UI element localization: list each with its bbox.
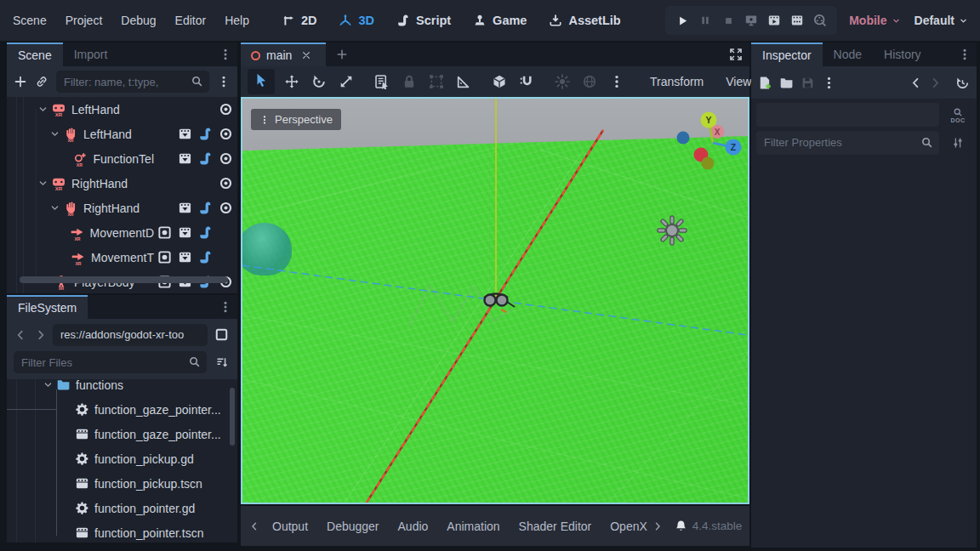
instanced-scene-icon[interactable] — [157, 250, 172, 264]
panel-output[interactable]: Output — [263, 520, 317, 533]
scale-tool-icon[interactable] — [339, 74, 354, 89]
stop-button[interactable] — [721, 13, 736, 28]
lock-icon[interactable] — [402, 74, 417, 89]
pause-button[interactable] — [698, 13, 713, 28]
history-forward-icon[interactable] — [929, 77, 942, 89]
list-select-icon[interactable] — [374, 74, 390, 89]
menu-project[interactable]: Project — [56, 14, 112, 27]
select-tool-button[interactable] — [248, 69, 275, 94]
groups-icon[interactable] — [178, 151, 192, 166]
save-resource-icon[interactable] — [801, 76, 815, 90]
panel-audio[interactable]: Audio — [389, 520, 438, 533]
play-scene-button[interactable] — [766, 13, 782, 28]
snap-magnet-icon[interactable] — [519, 74, 534, 89]
load-resource-icon[interactable] — [779, 76, 794, 90]
groups-icon[interactable] — [178, 127, 192, 141]
group-selected-icon[interactable] — [429, 74, 444, 89]
view-axis-gizmo[interactable]: X Y Z — [677, 112, 742, 170]
expand-viewport-icon[interactable] — [729, 48, 743, 61]
open-docs-button[interactable]: DOC — [944, 107, 971, 123]
edit-history-icon[interactable] — [955, 76, 970, 90]
visibility-icon[interactable] — [219, 201, 233, 215]
close-icon[interactable] — [301, 50, 311, 60]
instanced-scene-icon[interactable] — [157, 225, 172, 240]
path-field[interactable] — [53, 324, 208, 346]
script-icon[interactable] — [198, 201, 213, 215]
chevron-down-icon[interactable] — [37, 104, 48, 115]
script-icon[interactable] — [198, 250, 213, 264]
tab-node[interactable]: Node — [823, 43, 873, 66]
vertical-scrollbar[interactable] — [230, 388, 235, 446]
tree-row[interactable]: RightHand — [7, 196, 237, 220]
panel-openxr[interactable]: OpenX — [601, 520, 649, 533]
new-scene-tab-button[interactable] — [336, 48, 348, 60]
panel-animation[interactable]: Animation — [437, 520, 509, 533]
scroll-left-icon[interactable] — [249, 521, 259, 531]
workspace-script[interactable]: Script — [387, 14, 460, 27]
perspective-menu[interactable]: Perspective — [251, 109, 341, 130]
sort-icon[interactable] — [215, 355, 229, 369]
groups-icon[interactable] — [178, 201, 192, 215]
play-custom-scene-button[interactable] — [789, 13, 805, 28]
script-icon[interactable] — [198, 151, 213, 166]
new-resource-icon[interactable] — [758, 76, 772, 90]
ruler-icon[interactable] — [456, 74, 471, 89]
horizontal-scrollbar[interactable] — [20, 276, 228, 283]
dock-menu-icon[interactable] — [219, 300, 232, 314]
scene-filter-input[interactable] — [56, 71, 209, 93]
workspace-assetlib[interactable]: AssetLib — [539, 14, 630, 27]
tab-history[interactable]: History — [873, 43, 932, 66]
tree-row[interactable]: FunctionTel — [7, 146, 237, 171]
tree-row[interactable]: MovementD — [7, 220, 237, 245]
remote-debug-icon[interactable] — [744, 13, 759, 28]
file-row[interactable]: function_pointer.gd — [7, 496, 237, 520]
rotate-tool-icon[interactable] — [311, 74, 327, 89]
movie-maker-icon[interactable] — [812, 13, 828, 28]
menu-editor[interactable]: Editor — [166, 14, 216, 27]
groups-icon[interactable] — [178, 250, 192, 264]
tree-row[interactable]: RightHand — [7, 171, 237, 196]
tab-inspector[interactable]: Inspector — [751, 43, 823, 66]
local-space-icon[interactable] — [492, 74, 507, 89]
notification-bell-icon[interactable] — [675, 520, 687, 532]
move-tool-icon[interactable] — [284, 74, 299, 89]
groups-icon[interactable] — [178, 225, 192, 240]
resource-menu-icon[interactable] — [822, 76, 836, 90]
visibility-icon[interactable] — [219, 151, 233, 166]
property-tools-button[interactable] — [944, 136, 971, 150]
workspace-game[interactable]: Game — [464, 14, 536, 27]
tree-row[interactable]: LeftHand — [7, 97, 237, 122]
nav-forward-icon[interactable] — [35, 329, 47, 341]
dock-menu-icon[interactable] — [958, 48, 971, 61]
script-icon[interactable] — [198, 127, 213, 141]
file-row[interactable]: function_pointer.tscn — [7, 520, 237, 542]
menu-scene[interactable]: Scene — [3, 14, 56, 27]
dock-menu-icon[interactable] — [219, 48, 232, 61]
chevron-down-icon[interactable] — [49, 202, 60, 213]
nav-back-icon[interactable] — [14, 329, 26, 341]
chevron-down-icon[interactable] — [49, 128, 60, 139]
3d-viewport[interactable]: X Y Z Perspective — [241, 97, 749, 504]
tree-row[interactable]: LeftHand — [7, 122, 237, 146]
sun-icon[interactable] — [555, 74, 570, 89]
tree-row[interactable]: MovementT — [7, 245, 237, 270]
panel-debugger[interactable]: Debugger — [317, 520, 389, 533]
tab-import[interactable]: Import — [63, 43, 119, 66]
scene-tree-menu-icon[interactable] — [217, 75, 231, 88]
file-row[interactable]: function_pickup.gd — [7, 446, 237, 471]
visibility-icon[interactable] — [219, 102, 233, 116]
add-node-button[interactable] — [14, 75, 27, 88]
play-button[interactable] — [675, 13, 690, 28]
renderer-profile-dropdown[interactable]: Default — [914, 14, 968, 27]
preview-menu-icon[interactable] — [609, 74, 624, 89]
chevron-down-icon[interactable] — [43, 379, 54, 390]
run-target-dropdown[interactable]: Mobile — [849, 14, 900, 27]
workspace-2d[interactable]: 2D — [272, 14, 327, 27]
tab-filesystem[interactable]: FileSystem — [7, 295, 88, 319]
scene-tab-main[interactable]: main — [241, 43, 326, 66]
scroll-right-icon[interactable] — [652, 521, 663, 531]
property-filter-input[interactable] — [756, 131, 939, 153]
visibility-icon[interactable] — [219, 127, 233, 141]
panel-shader-editor[interactable]: Shader Editor — [510, 520, 601, 533]
tab-scene[interactable]: Scene — [7, 43, 63, 66]
